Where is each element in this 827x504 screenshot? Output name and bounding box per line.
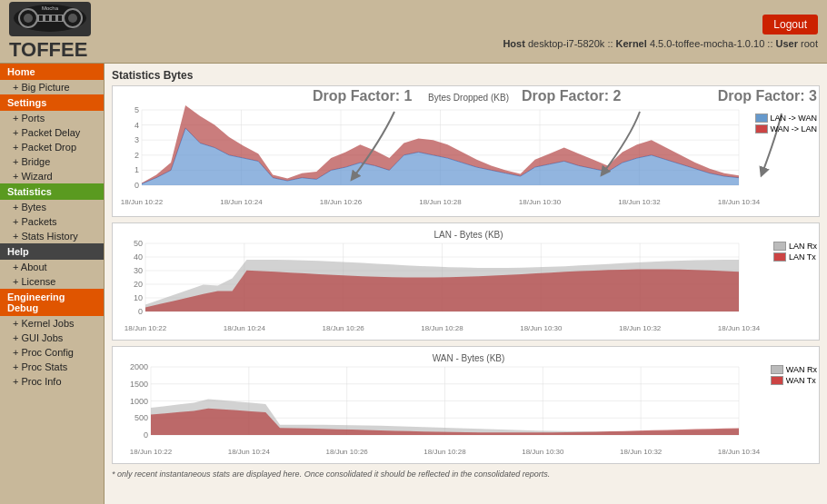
wan-bytes-canvas	[116, 351, 821, 458]
legend-item-lan-wan: LAN -> WAN	[755, 114, 817, 123]
sidebar-item-ports[interactable]: + Ports	[0, 111, 104, 125]
logo-toffee: TOFFEE	[9, 38, 91, 62]
kernel-label: Kernel	[616, 38, 647, 49]
stats-title: Statistics Bytes	[112, 69, 820, 82]
lan-bytes-legend: LAN Rx LAN Tx	[773, 242, 817, 263]
header: Mocha TOFFEE Logout Host desktop-i7-5820…	[0, 0, 827, 64]
sidebar-item-wizard[interactable]: + Wizard	[0, 169, 104, 183]
logo-area: Mocha TOFFEE	[9, 2, 91, 62]
main-content: Statistics Bytes Drop Factor: 1 Drop Fac…	[105, 64, 827, 504]
lan-bytes-canvas	[116, 227, 821, 334]
svg-rect-6	[39, 15, 43, 21]
legend-label-wan-tx: WAN Tx	[786, 376, 816, 385]
sidebar-item-stats-history[interactable]: + Stats History	[0, 229, 104, 243]
sidebar-item-bridge[interactable]: + Bridge	[0, 154, 104, 169]
header-right: Logout Host desktop-i7-5820k :: Kernel 4…	[503, 15, 818, 49]
sidebar-item-proc-info[interactable]: + Proc Info	[0, 374, 104, 389]
legend-item-wan-lan: WAN -> LAN	[755, 124, 817, 133]
user-label: User	[776, 38, 798, 49]
sidebar-item-bytes[interactable]: + Bytes	[0, 200, 104, 214]
sidebar-item-packet-drop[interactable]: + Packet Drop	[0, 140, 104, 154]
legend-item-wan-rx: WAN Rx	[771, 365, 817, 374]
sidebar-item-help[interactable]: Help	[0, 243, 104, 260]
sidebar-item-kernel-jobs[interactable]: + Kernel Jobs	[0, 316, 104, 331]
logout-button[interactable]: Logout	[762, 15, 818, 35]
sidebar-item-proc-stats[interactable]: + Proc Stats	[0, 360, 104, 374]
layout: Home + Big Picture Settings + Ports + Pa…	[0, 64, 827, 504]
sidebar-item-statistics[interactable]: Statistics	[0, 183, 104, 200]
legend-swatch-lan-rx	[773, 242, 786, 251]
legend-swatch-wan-lan	[755, 124, 768, 133]
legend-swatch-lan-tx	[773, 252, 786, 262]
legend-item-lan-tx: LAN Tx	[773, 252, 817, 262]
svg-rect-7	[45, 15, 49, 21]
svg-point-2	[24, 14, 33, 23]
legend-label-lan-tx: LAN Tx	[789, 252, 816, 262]
legend-label-lan-rx: LAN Rx	[789, 242, 817, 251]
sidebar-item-gui-jobs[interactable]: + GUI Jobs	[0, 331, 104, 345]
legend-item-lan-rx: LAN Rx	[773, 242, 817, 251]
legend-item-wan-tx: WAN Tx	[771, 376, 817, 385]
legend-swatch-wan-tx	[771, 376, 783, 385]
wan-bytes-legend: WAN Rx WAN Tx	[771, 365, 817, 387]
svg-rect-8	[52, 15, 55, 21]
sidebar-item-settings[interactable]: Settings	[0, 94, 104, 111]
sidebar-item-packets[interactable]: + Packets	[0, 214, 104, 229]
legend-label-lan-wan: LAN -> WAN	[771, 114, 817, 123]
svg-point-4	[68, 14, 77, 23]
host-info: Host desktop-i7-5820k :: Kernel 4.5.0-to…	[503, 38, 818, 49]
sidebar-item-about[interactable]: + About	[0, 260, 104, 274]
logo-image: Mocha	[9, 2, 91, 36]
bytes-dropped-canvas	[116, 90, 821, 208]
lan-bytes-chart: LAN Rx LAN Tx	[112, 222, 820, 341]
sidebar-item-big-picture[interactable]: + Big Picture	[0, 80, 104, 94]
kernel-value: 4.5.0-toffee-mocha-1.0.10	[650, 38, 764, 49]
sidebar-item-home[interactable]: Home	[0, 64, 104, 80]
legend-label-wan-lan: WAN -> LAN	[771, 124, 817, 133]
bytes-dropped-legend: LAN -> WAN WAN -> LAN	[755, 114, 817, 135]
sidebar-item-engineering-debug[interactable]: Engineering Debug	[0, 289, 104, 316]
svg-text:Mocha: Mocha	[41, 5, 58, 11]
wan-bytes-chart: WAN Rx WAN Tx	[112, 346, 820, 464]
user-value: root	[801, 38, 818, 49]
legend-swatch-lan-wan	[755, 114, 768, 123]
sidebar-item-proc-config[interactable]: + Proc Config	[0, 345, 104, 360]
sidebar-item-packet-delay[interactable]: + Packet Delay	[0, 125, 104, 140]
sidebar-item-license[interactable]: + License	[0, 274, 104, 289]
bytes-dropped-chart: Drop Factor: 1 Drop Factor: 2 Drop Facto…	[112, 85, 820, 217]
svg-rect-9	[58, 15, 62, 21]
legend-label-wan-rx: WAN Rx	[786, 365, 817, 374]
host-label: Host	[503, 38, 524, 49]
host-value: desktop-i7-5820k	[528, 38, 604, 49]
sidebar: Home + Big Picture Settings + Ports + Pa…	[0, 64, 105, 504]
legend-swatch-wan-rx	[771, 365, 783, 374]
footnote: * only recent instantaneous stats are di…	[112, 469, 820, 479]
